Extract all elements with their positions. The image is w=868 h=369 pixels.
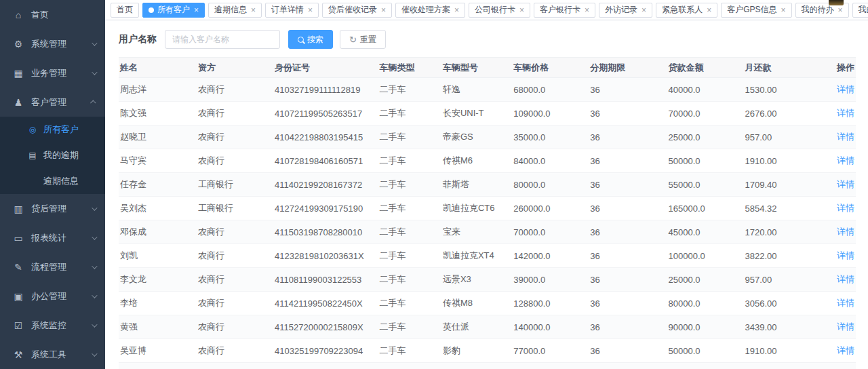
table-cell: 3056.00 [743,292,822,315]
tab-label: 所有客户 [157,4,190,16]
tab-2[interactable]: 逾期信息× [208,3,262,18]
sidebar-item-1[interactable]: ⚙系统管理 [0,29,105,58]
sidebar-item-7[interactable]: ▣办公管理 [0,281,105,311]
detail-link[interactable]: 详情 [837,322,854,332]
column-header-5: 车辆价格 [511,58,587,78]
table-cell: 80000.0 [511,173,587,197]
close-icon[interactable]: × [308,6,313,14]
tab-10[interactable]: 客户GPS信息× [721,3,791,18]
table-cell: 吴亚博 [119,339,195,363]
sidebar-subitem-2[interactable]: 逾期信息 [0,168,105,194]
sidebar-subitem-1[interactable]: ▤我的逾期 [0,142,105,168]
tab-8[interactable]: 外访记录× [599,3,652,18]
table-cell: 260000.0 [511,197,587,220]
tab-5[interactable]: 催收处理方案× [395,3,465,18]
detail-link[interactable]: 详情 [837,227,854,237]
detail-link[interactable]: 详情 [837,84,854,94]
tab-9[interactable]: 紧急联系人× [656,3,717,18]
table-cell: 周志洋 [119,78,195,102]
detail-link[interactable]: 详情 [837,250,854,260]
close-icon[interactable]: × [381,6,386,14]
table-cell: 农商行 [195,220,272,244]
table-cell: 农商行 [195,125,272,149]
sidebar-subitem-label: 我的逾期 [43,149,79,161]
table-cell: 68000.0 [511,78,587,102]
detail-link[interactable]: 详情 [837,345,854,355]
chevron-down-icon [92,40,97,45]
close-icon[interactable]: × [194,6,199,14]
sidebar-item-8[interactable]: ☑系统监控 [0,311,105,340]
table-cell: 3439.00 [743,315,822,339]
detail-link[interactable]: 详情 [837,274,854,284]
reset-button[interactable]: ↻ 重置 [340,30,386,49]
detail-link[interactable]: 详情 [837,179,854,189]
tab-label: 首页 [117,4,133,16]
detail-link[interactable]: 详情 [837,132,854,142]
column-header-8: 月还款 [743,58,822,78]
my-overdue-icon: ▤ [27,151,38,160]
table-cell: 70000.0 [666,102,743,125]
sidebar-item-label: 首页 [31,9,97,21]
action-cell: 详情 [822,173,856,197]
chevron-down-icon [92,263,97,269]
table-cell: 957.00 [743,125,822,149]
customer-table: 姓名资方身份证号车辆类型车辆型号车辆价格分期期限贷款金额月还款操作 周志洋农商行… [119,57,856,369]
sidebar-item-6[interactable]: ✎流程管理 [0,252,105,281]
tab-7[interactable]: 客户银行卡× [534,3,595,18]
table-cell: 二手车 [376,102,439,125]
gear-icon: ⚙ [12,39,24,50]
table-row: 赵晓卫农商行410422198803195415二手车帝豪GS35000.036… [119,125,856,149]
chevron-down-icon [92,322,97,327]
table-cell: 36 [587,315,665,339]
chevron-down-icon [92,205,97,210]
close-icon[interactable]: × [642,6,646,14]
sidebar-item-2[interactable]: ▦业务管理 [0,58,105,88]
close-icon[interactable]: × [585,6,589,14]
detail-link[interactable]: 详情 [837,155,854,166]
sidebar-item-9[interactable]: ⚒系统工具 [0,340,105,369]
table-cell: 35000.0 [511,125,587,149]
sidebar-item-0[interactable]: ⌂首页 [0,0,105,29]
search-button[interactable]: 搜索 [288,30,333,49]
monitor-icon: ☑ [12,320,24,331]
table-cell: 411081199003122553 [272,268,376,292]
table-cell: 二手车 [376,244,439,268]
detail-link[interactable]: 详情 [837,298,854,308]
table-cell: 45000.0 [666,220,743,244]
table-cell: 410728198406160571 [272,149,376,173]
detail-link[interactable]: 详情 [837,203,854,213]
tab-4[interactable]: 贷后催收记录× [322,3,392,18]
close-icon[interactable]: × [838,6,843,14]
close-icon[interactable]: × [519,6,524,14]
tab-6[interactable]: 公司银行卡× [469,3,530,18]
close-icon[interactable]: × [781,6,785,14]
sidebar-item-4[interactable]: ▥贷后管理 [0,194,105,223]
column-header-2: 身份证号 [272,58,376,78]
table-cell: 41232819810203631X [272,244,376,268]
sidebar-item-5[interactable]: ▭报表统计 [0,223,105,252]
close-icon[interactable]: × [251,6,256,14]
table-cell: 工商银行 [195,173,272,197]
tab-3[interactable]: 订单详情× [265,3,319,18]
table-cell: 工商银行 [195,197,272,220]
column-header-6: 分期期限 [587,58,665,78]
table-cell: 109000.0 [511,102,587,125]
table-cell: 农商行 [195,102,272,125]
customer-name-input[interactable] [165,30,280,49]
sidebar-item-label: 系统工具 [31,349,92,361]
close-icon[interactable]: × [707,6,711,14]
table-cell: 128800.0 [511,292,587,315]
table-cell: 凯迪拉克XT4 [440,244,511,268]
tab-12[interactable]: 我的流程× [852,3,868,18]
close-icon[interactable]: × [454,6,459,14]
table-cell: 马守宾 [119,149,195,173]
sidebar-item-3[interactable]: ♟客户管理 [0,88,105,117]
tab-0[interactable]: 首页 [111,3,139,18]
detail-link[interactable]: 详情 [837,108,854,118]
sidebar-subitem-0[interactable]: ◎所有客户 [0,117,105,142]
all-customers-icon: ◎ [27,125,38,134]
action-cell [822,363,856,369]
sidebar-submenu: ◎所有客户▤我的逾期逾期信息 [0,117,105,194]
tab-bar: 首页所有客户×逾期信息×订单详情×贷后催收记录×催收处理方案×公司银行卡×客户银… [105,0,868,20]
tab-1[interactable]: 所有客户× [142,3,205,18]
